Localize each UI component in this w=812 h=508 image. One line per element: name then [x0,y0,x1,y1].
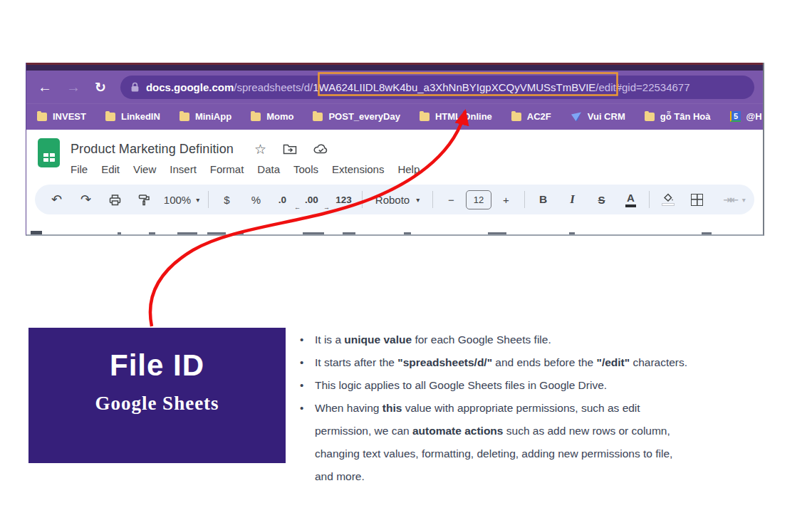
url-path-suffix: /edit#gid=22534677 [595,81,689,93]
send-icon [571,112,582,122]
bullet-item: •It is a unique value for each Google Sh… [300,328,810,351]
clipped-sheet-row [26,214,763,234]
bookmark-item[interactable]: AC2F [511,111,551,122]
bookmarks-bar: INVESTLinkedINMiniAppMomoPOST_everyDayHT… [26,103,763,130]
zoom-select[interactable]: 100%▾ [159,189,204,210]
font-size-input[interactable]: 12 [466,190,491,209]
text-color-button[interactable]: A [616,189,645,210]
page: ← → ↻ docs.google.com/spreadsheets/d/1WA… [0,0,812,508]
url-domain: docs.google.com [146,81,234,93]
folder-icon [645,113,655,121]
bookmark-label: Momo [266,111,293,122]
bookmark-label: Vui CRM [588,111,625,122]
bookmark-item[interactable]: POST_everyDay [313,111,400,122]
menu-item-help[interactable]: Help [397,163,420,175]
back-button[interactable]: ← [38,80,52,94]
menu-item-edit[interactable]: Edit [101,163,120,175]
redo-button[interactable]: ↷ [71,189,100,210]
merge-cells-icon: ⇥⇤ [723,194,736,205]
strikethrough-button[interactable]: S [587,189,616,210]
borders-button[interactable] [682,189,712,210]
bullet-list: •It is a unique value for each Google Sh… [300,328,810,488]
increase-font-size-button[interactable]: + [491,189,521,210]
sheets-toolbar: ↶ ↷ 100%▾ [35,185,754,214]
undo-button[interactable]: ↶ [42,189,71,210]
divider [208,191,209,208]
move-to-folder-icon[interactable] [283,143,297,155]
file-id-card: File ID Google Sheets [28,328,286,463]
forward-button[interactable]: → [66,80,80,94]
bookmark-item[interactable]: 5@H [730,111,762,122]
bullet-text: It starts after the "spreadsheets/d/" an… [315,351,810,374]
bullet-text: It is a unique value for each Google She… [315,328,810,351]
menu-item-insert[interactable]: Insert [170,163,197,175]
menu-item-view[interactable]: View [133,163,156,175]
browser-window: ← → ↻ docs.google.com/spreadsheets/d/1WA… [26,63,764,236]
bookmark-item[interactable]: gỗ Tân Hoà [645,111,711,122]
borders-grid-icon [691,194,703,206]
font-select[interactable]: Roboto▾ [366,189,429,210]
menu-item-data[interactable]: Data [257,163,280,175]
merge-cells-button[interactable]: ⇥⇤ ▾ [712,189,754,210]
bullet-item: •When having this value with appropriate… [300,397,810,488]
increase-decimals-button[interactable]: .00→ [300,189,329,210]
url-path-prefix: /spreadsheets/d/ [234,81,313,93]
folder-icon [37,113,47,121]
reload-button[interactable]: ↻ [95,81,106,94]
bookmark-item[interactable]: LinkedIN [105,111,160,122]
format-currency-button[interactable]: $ [212,189,241,210]
bookmark-label: MiniApp [195,111,231,122]
bookmark-label: INVEST [53,111,86,122]
browser-toolbar: ← → ↻ docs.google.com/spreadsheets/d/1WA… [26,71,763,103]
sheets-header: Product Marketing Definition ☆ [26,130,763,181]
chevron-down-icon: ▾ [416,196,420,204]
bookmark-label: HTML Online [435,111,492,122]
menu-item-format[interactable]: Format [210,163,244,175]
italic-button[interactable]: I [558,189,587,210]
folder-icon [179,113,189,121]
bookmark-item[interactable]: HTML Online [420,111,492,122]
document-title[interactable]: Product Marketing Definition [71,142,234,157]
divider [362,191,363,208]
format-percent-button[interactable]: % [241,189,271,210]
bullet-text: When having this value with appropriate … [315,397,810,488]
bullet-dot-icon: • [300,328,315,351]
paint-bucket-icon [662,193,674,202]
bookmark-label: @H [746,111,762,122]
bookmark-label: gỗ Tân Hoà [660,111,711,122]
decrease-font-size-button[interactable]: − [437,189,466,210]
decrease-decimals-button[interactable]: .0← [271,189,300,210]
card-title: File ID [110,351,204,380]
bookmark-item[interactable]: MiniApp [179,111,231,122]
bullet-item: •It starts after the "spreadsheets/d/" a… [300,351,810,374]
lock-icon [130,82,140,93]
address-bar[interactable]: docs.google.com/spreadsheets/d/1WA624LII… [120,76,754,99]
folder-icon [511,113,521,121]
url-text: docs.google.com/spreadsheets/d/1WA624LII… [146,81,690,93]
paint-format-button[interactable] [130,189,159,210]
bullet-dot-icon: • [300,351,315,374]
bold-button[interactable]: B [529,189,558,210]
more-formats-button[interactable]: 123 [329,189,358,210]
bookmark-label: AC2F [527,111,551,122]
folder-icon [105,113,115,121]
cloud-saved-icon[interactable] [313,143,329,155]
folder-icon [313,113,323,121]
fill-color-button[interactable] [653,189,682,210]
menu-item-tools[interactable]: Tools [293,163,318,175]
star-icon[interactable]: ☆ [254,142,266,156]
bookmark-item[interactable]: Momo [251,111,293,122]
bookmark-item[interactable]: INVEST [37,111,86,122]
folder-icon [251,113,261,121]
menu-item-file[interactable]: File [71,163,88,175]
print-button[interactable] [100,189,130,210]
bullet-dot-icon: • [300,397,315,420]
bullet-text: This logic applies to all Google Sheets … [315,374,810,397]
url-file-id: 1WA624LIIDL8wK4bu_a3XhNnBYIgpXCQyVMUSsTm… [313,81,595,93]
menu-item-extensions[interactable]: Extensions [332,163,384,175]
bullet-dot-icon: • [300,374,315,397]
bookmark-item[interactable]: Vui CRM [571,111,625,122]
google-sheets-logo-icon[interactable] [38,138,60,167]
menu-bar: FileEditViewInsertFormatDataToolsExtensi… [71,163,420,175]
divider [524,191,525,208]
